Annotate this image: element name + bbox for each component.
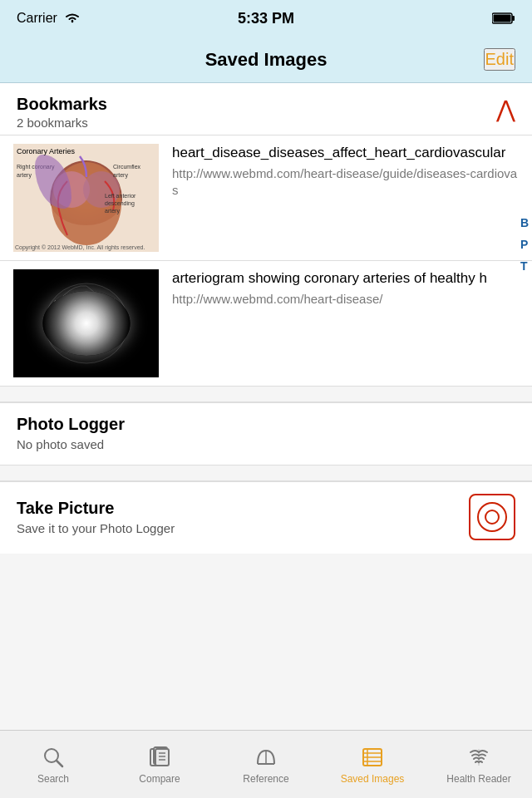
take-picture-title: Take Picture [17, 499, 175, 518]
svg-text:Left anterior: Left anterior [105, 193, 136, 199]
svg-text:artery: artery [105, 208, 120, 214]
section-divider-2 [0, 465, 532, 481]
take-picture-subtitle: Save it to your Photo Logger [17, 521, 175, 535]
tab-reference-label: Reference [243, 773, 288, 785]
coronary-copyright: Copyright © 2012 WebMD, Inc. All rights … [15, 244, 145, 250]
search-tab-icon [41, 745, 66, 770]
svg-text:Right coronary: Right coronary [17, 164, 55, 170]
content-area: Bookmarks 2 bookmarks ⋀ Coronary Arterie… [0, 83, 532, 730]
coronary-svg: Right coronary artery Circumflex artery … [13, 144, 159, 252]
svg-rect-2 [494, 15, 511, 22]
svg-rect-20 [155, 749, 169, 766]
coronary-label: Coronary Arteries [17, 147, 75, 155]
saved-images-tab-icon [360, 745, 385, 770]
camera-lens-icon [477, 502, 507, 532]
bookmark-item-2[interactable]: arteriogram showing coronary arteries of… [0, 260, 532, 386]
svg-text:artery: artery [17, 172, 32, 179]
compare-tab-icon [147, 745, 172, 770]
status-bar-time: 5:33 PM [238, 10, 294, 27]
tab-saved-images-label: Saved Images [341, 773, 405, 785]
tab-saved-images[interactable]: Saved Images [319, 745, 426, 785]
svg-line-17 [57, 761, 62, 766]
tab-compare-label: Compare [139, 773, 180, 785]
svg-rect-1 [512, 16, 515, 21]
battery-icon [492, 12, 515, 25]
health-reader-tab-icon [466, 745, 491, 770]
tab-health-reader-label: Health Reader [446, 773, 510, 785]
tab-compare[interactable]: Compare [106, 745, 213, 785]
section-divider-1 [0, 386, 532, 402]
photo-logger-subtitle: No photo saved [17, 437, 515, 451]
index-letter-t[interactable]: T [520, 259, 529, 273]
photo-logger-title: Photo Logger [17, 415, 515, 434]
status-bar: Carrier 5:33 PM [0, 0, 532, 37]
carrier-label: Carrier [17, 11, 57, 26]
coronary-image: Coronary Arteries Right coronary arte [13, 144, 159, 252]
svg-text:artery: artery [113, 172, 128, 179]
bookmarks-count: 2 bookmarks [17, 116, 107, 130]
bookmark-thumb-2 [13, 269, 159, 377]
take-picture-section[interactable]: Take Picture Save it to your Photo Logge… [0, 481, 532, 554]
bookmark-item-1[interactable]: Coronary Arteries Right coronary arte [0, 135, 532, 260]
index-bar[interactable]: B P T [520, 216, 529, 273]
nav-bar: Saved Images Edit [0, 37, 532, 83]
camera-icon[interactable] [469, 494, 515, 540]
tab-reference[interactable]: Reference [213, 745, 319, 785]
photo-logger-section: Photo Logger No photo saved [0, 402, 532, 465]
svg-point-15 [80, 317, 93, 330]
reference-tab-icon [254, 745, 278, 770]
index-letter-p[interactable]: P [520, 238, 529, 251]
index-letter-b[interactable]: B [520, 216, 529, 229]
status-bar-right [492, 12, 515, 25]
bookmarks-list: Coronary Arteries Right coronary arte [0, 135, 532, 386]
edit-button[interactable]: Edit [484, 48, 515, 71]
collapse-chevron-icon[interactable]: ⋀ [496, 98, 515, 121]
bookmark-title-1: heart_disease_diseases_affect_heart_card… [172, 144, 519, 162]
status-bar-left: Carrier [17, 11, 81, 26]
bookmark-thumb-1: Coronary Arteries Right coronary arte [13, 144, 159, 252]
bookmark-url-2: http://www.webmd.com/heart-disease/ [172, 291, 487, 308]
tab-search-label: Search [37, 773, 69, 785]
bookmarks-title: Bookmarks [17, 95, 107, 114]
tab-bar: Search Compare Reference [0, 730, 532, 798]
tab-health-reader[interactable]: Health Reader [426, 745, 532, 785]
angio-svg [13, 269, 159, 377]
page-title: Saved Images [205, 49, 328, 71]
bookmark-url-1: http://www.webmd.com/heart-disease/guide… [172, 165, 519, 198]
tab-search[interactable]: Search [0, 745, 106, 785]
svg-text:Circumflex: Circumflex [113, 164, 141, 170]
svg-text:descending: descending [105, 200, 135, 207]
bookmarks-section-header: Bookmarks 2 bookmarks ⋀ [0, 83, 532, 135]
angio-image [13, 269, 159, 377]
bookmark-title-2: arteriogram showing coronary arteries of… [172, 269, 487, 288]
svg-point-14 [45, 283, 128, 363]
wifi-icon [64, 12, 81, 25]
